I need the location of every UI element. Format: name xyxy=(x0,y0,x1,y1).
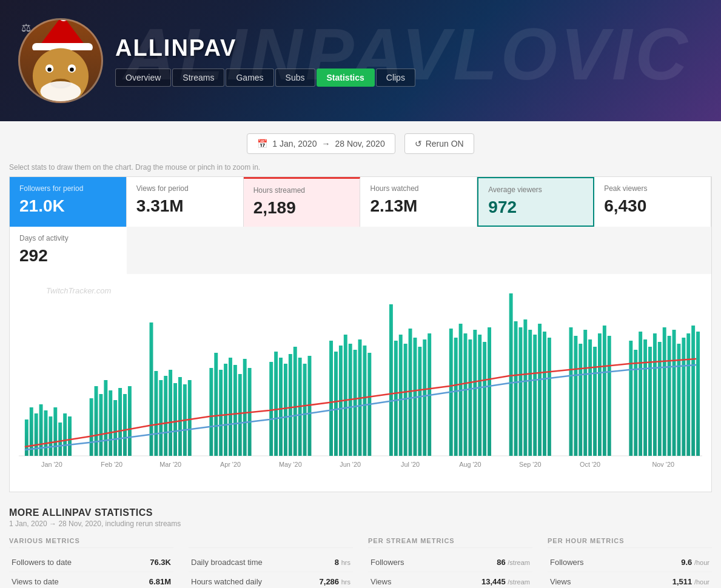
svg-rect-46 xyxy=(243,359,247,456)
svg-rect-95 xyxy=(578,344,582,456)
channel-name: ALLINPAV xyxy=(115,35,415,61)
stat-card-hours-watched[interactable]: Hours watched 2.13M xyxy=(360,177,477,227)
chart-svg: Jan '20 Feb '20 Mar '20 Apr '20 May '20 … xyxy=(19,286,702,468)
svg-rect-108 xyxy=(658,342,662,456)
svg-rect-48 xyxy=(269,362,273,456)
date-range-button[interactable]: 📅 1 Jan, 2020 → 28 Nov, 2020 xyxy=(247,133,395,154)
stat-card-avg-viewers[interactable]: Average viewers 972 xyxy=(477,177,594,227)
svg-rect-106 xyxy=(648,347,652,456)
daily-metrics-table: Daily broadcast time 8 hrs Hours watched… xyxy=(189,553,353,588)
stat-card-peak-viewers[interactable]: Peak viewers 6,430 xyxy=(594,177,711,227)
svg-rect-103 xyxy=(634,350,637,456)
metric-label: Followers xyxy=(548,553,626,572)
svg-text:Jul '20: Jul '20 xyxy=(401,461,420,468)
svg-rect-105 xyxy=(643,339,647,456)
svg-rect-33 xyxy=(164,376,167,456)
svg-rect-28 xyxy=(123,394,127,456)
table-row: Views to date 6.81M xyxy=(9,572,173,589)
svg-text:Jun '20: Jun '20 xyxy=(340,461,361,468)
tab-games[interactable]: Games xyxy=(226,68,273,87)
svg-rect-18 xyxy=(58,423,62,456)
svg-text:Nov '20: Nov '20 xyxy=(652,461,674,468)
tab-overview[interactable]: Overview xyxy=(115,68,171,87)
svg-rect-16 xyxy=(49,416,52,456)
svg-rect-36 xyxy=(178,377,182,456)
svg-rect-43 xyxy=(229,358,232,456)
per-hour-metrics-title: PER HOUR METRICS xyxy=(548,537,712,548)
tab-clips[interactable]: Clips xyxy=(376,68,415,87)
stat-value-hours-streamed: 2,189 xyxy=(253,198,350,218)
tab-streams[interactable]: Streams xyxy=(172,68,224,87)
svg-rect-100 xyxy=(603,326,606,456)
main-content: 📅 1 Jan, 2020 → 28 Nov, 2020 ↺ Rerun ON … xyxy=(0,121,721,588)
svg-rect-40 xyxy=(214,353,218,456)
stat-value-days-activity: 292 xyxy=(19,246,117,266)
stat-label-peak-viewers: Peak viewers xyxy=(604,184,701,193)
svg-rect-58 xyxy=(334,352,338,456)
svg-rect-38 xyxy=(188,380,192,456)
svg-rect-88 xyxy=(528,330,532,456)
svg-rect-55 xyxy=(303,364,307,456)
table-row: Hours watched daily 7,286 hrs xyxy=(189,572,353,589)
svg-rect-23 xyxy=(99,394,102,456)
metric-label: Followers to date xyxy=(9,553,133,572)
more-stats-section: MORE ALLINPAV STATISTICS 1 Jan, 2020 → 2… xyxy=(9,507,712,588)
stat-card-followers[interactable]: Followers for period 21.0K xyxy=(10,177,127,227)
svg-rect-70 xyxy=(409,329,412,456)
svg-rect-115 xyxy=(691,326,695,456)
table-row: Views 1,511 /hour xyxy=(548,572,712,589)
metric-value: 8 hrs xyxy=(301,553,353,572)
stats-cards: Followers for period 21.0K Views for per… xyxy=(9,176,712,274)
stat-label-days-activity: Days of activity xyxy=(19,234,117,242)
svg-text:Mar '20: Mar '20 xyxy=(159,461,181,468)
metric-value: 76.3K xyxy=(133,553,173,572)
svg-rect-85 xyxy=(514,321,518,456)
svg-rect-21 xyxy=(90,398,93,456)
header-info: ALLINPAV Overview Streams Games Subs Sta… xyxy=(115,35,415,87)
rerun-button[interactable]: ↺ Rerun ON xyxy=(404,133,474,154)
per-stream-metrics-section: PER STREAM METRICS Followers 86 /stream … xyxy=(368,537,532,588)
svg-rect-113 xyxy=(682,338,685,456)
metric-value: 9.6 /hour xyxy=(626,553,712,572)
svg-rect-51 xyxy=(284,364,287,456)
metric-label: Hours watched daily xyxy=(189,572,301,589)
per-hour-metrics-table: Followers 9.6 /hour Views 1,511 /hour xyxy=(548,553,712,588)
svg-text:Oct '20: Oct '20 xyxy=(580,461,600,468)
more-stats-title: MORE ALLINPAV STATISTICS xyxy=(9,507,712,518)
svg-rect-91 xyxy=(543,332,546,456)
table-row: Daily broadcast time 8 hrs xyxy=(189,553,353,572)
svg-rect-92 xyxy=(548,338,551,456)
svg-rect-99 xyxy=(598,333,602,456)
svg-rect-93 xyxy=(569,327,573,456)
date-end: 28 Nov, 2020 xyxy=(335,139,384,149)
svg-rect-110 xyxy=(668,336,671,456)
tab-subs[interactable]: Subs xyxy=(275,68,315,87)
svg-rect-20 xyxy=(68,416,72,456)
svg-rect-101 xyxy=(608,336,611,456)
chart-hint: Select stats to draw them on the chart. … xyxy=(9,163,712,172)
header: ALINPAVLOVIC ⚖ ALLI xyxy=(0,0,721,121)
svg-rect-24 xyxy=(104,380,107,456)
svg-rect-32 xyxy=(159,380,163,456)
stat-card-hours-streamed[interactable]: Hours streamed 2,189 xyxy=(244,177,361,227)
svg-point-9 xyxy=(41,81,81,102)
svg-rect-104 xyxy=(639,332,642,456)
svg-rect-116 xyxy=(696,332,700,456)
per-stream-metrics-table: Followers 86 /stream Views 13,445 /strea… xyxy=(368,553,532,588)
svg-rect-49 xyxy=(274,352,278,456)
avatar-face-icon xyxy=(20,41,101,102)
svg-rect-79 xyxy=(468,339,472,456)
svg-rect-34 xyxy=(169,370,172,456)
svg-rect-60 xyxy=(344,335,347,456)
svg-rect-86 xyxy=(518,327,522,456)
date-arrow: → xyxy=(321,139,330,149)
metric-value: 1,511 /hour xyxy=(626,572,712,589)
svg-rect-76 xyxy=(454,338,458,456)
svg-text:Sep '20: Sep '20 xyxy=(519,461,541,468)
stat-card-days-activity[interactable]: Days of activity 292 xyxy=(10,227,127,274)
stat-card-views[interactable]: Views for period 3.31M xyxy=(127,177,244,227)
per-hour-metrics-section: PER HOUR METRICS Followers 9.6 /hour Vie… xyxy=(548,537,712,588)
tab-statistics[interactable]: Statistics xyxy=(317,68,375,87)
stat-label-followers: Followers for period xyxy=(19,184,116,193)
svg-rect-114 xyxy=(686,333,690,456)
